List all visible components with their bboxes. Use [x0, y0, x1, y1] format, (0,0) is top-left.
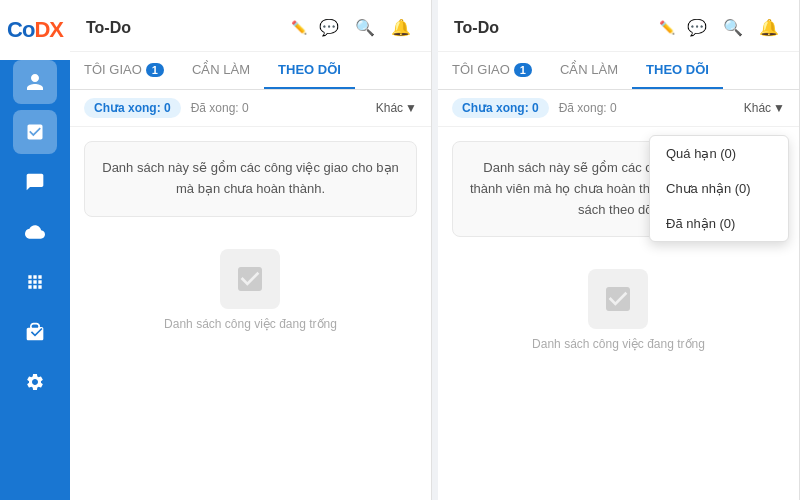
right-empty-state: Danh sách công việc đang trống [532, 269, 705, 351]
right-dropdown-menu: Quá hạn (0) Chưa nhận (0) Đã nhận (0) [649, 135, 789, 242]
left-tab-can-lam[interactable]: CẦN LÀM [178, 52, 264, 89]
right-chat-icon[interactable]: 💬 [683, 14, 711, 41]
left-search-icon[interactable]: 🔍 [351, 14, 379, 41]
sidebar-icon-cloud[interactable] [13, 210, 57, 254]
right-empty-text: Danh sách công việc đang trống [532, 337, 705, 351]
right-tab-badge-toi-giao: 1 [514, 63, 532, 77]
right-panel-header: To-Do ✏️ 💬 🔍 🔔 [438, 0, 799, 52]
right-empty-icon [588, 269, 648, 329]
left-panel-header: To-Do ✏️ 💬 🔍 🔔 [70, 0, 431, 52]
left-filter-row: Chưa xong: 0 Đã xong: 0 Khác ▼ [70, 90, 431, 127]
sidebar-icon-settings[interactable] [13, 360, 57, 404]
left-tab-toi-giao[interactable]: TÔI GIAO 1 [70, 52, 178, 89]
left-filter-more[interactable]: Khác ▼ [376, 101, 417, 115]
left-bell-icon[interactable]: 🔔 [387, 14, 415, 41]
dropdown-item-chua-nhan[interactable]: Chưa nhận (0) [650, 171, 788, 206]
sidebar-icon-grid[interactable] [13, 260, 57, 304]
right-bell-icon[interactable]: 🔔 [755, 14, 783, 41]
left-info-card: Danh sách này sẽ gồm các công việc giao … [84, 141, 417, 217]
logo: CoDX [0, 0, 70, 60]
logo-dx: DX [34, 17, 63, 42]
right-filter-row: Chưa xong: 0 Đã xong: 0 Khác ▼ [438, 90, 799, 127]
right-edit-icon[interactable]: ✏️ [659, 20, 675, 35]
right-filter-da-xong: Đã xong: 0 [559, 101, 617, 115]
left-filter-chua-xong[interactable]: Chưa xong: 0 [84, 98, 181, 118]
left-tab-badge-toi-giao: 1 [146, 63, 164, 77]
logo-co: Co [7, 17, 34, 42]
left-chat-icon[interactable]: 💬 [315, 14, 343, 41]
left-empty-text: Danh sách công việc đang trống [164, 317, 337, 331]
left-tabs: TÔI GIAO 1 CẦN LÀM THEO DÕI [70, 52, 431, 90]
left-panel-title: To-Do [86, 19, 283, 37]
dropdown-item-qua-han[interactable]: Quá hạn (0) [650, 136, 788, 171]
left-filter-da-xong: Đã xong: 0 [191, 101, 249, 115]
left-panel: To-Do ✏️ 💬 🔍 🔔 TÔI GIAO 1 CẦN LÀM THEO D… [70, 0, 432, 500]
left-chevron-icon: ▼ [405, 101, 417, 115]
sidebar-icon-chat[interactable] [13, 160, 57, 204]
right-tab-toi-giao[interactable]: TÔI GIAO 1 [438, 52, 546, 89]
right-chevron-icon: ▼ [773, 101, 785, 115]
sidebar-icon-person[interactable] [13, 60, 57, 104]
right-tab-can-lam[interactable]: CẦN LÀM [546, 52, 632, 89]
right-tab-theo-doi[interactable]: THEO DÕI [632, 52, 723, 89]
right-search-icon[interactable]: 🔍 [719, 14, 747, 41]
right-panel: To-Do ✏️ 💬 🔍 🔔 TÔI GIAO 1 CẦN LÀM THEO D… [438, 0, 800, 500]
right-filter-more[interactable]: Khác ▼ [744, 101, 785, 115]
panels-container: To-Do ✏️ 💬 🔍 🔔 TÔI GIAO 1 CẦN LÀM THEO D… [70, 0, 800, 500]
right-panel-title: To-Do [454, 19, 651, 37]
right-tabs: TÔI GIAO 1 CẦN LÀM THEO DÕI [438, 52, 799, 90]
left-empty-state: Danh sách công việc đang trống [164, 249, 337, 331]
sidebar-icon-briefcase[interactable] [13, 310, 57, 354]
sidebar [0, 0, 70, 500]
logo-text: CoDX [7, 17, 63, 43]
sidebar-icon-checkbox[interactable] [13, 110, 57, 154]
left-edit-icon[interactable]: ✏️ [291, 20, 307, 35]
dropdown-item-da-nhan[interactable]: Đã nhận (0) [650, 206, 788, 241]
left-panel-content: Danh sách này sẽ gồm các công việc giao … [70, 127, 431, 500]
right-filter-chua-xong[interactable]: Chưa xong: 0 [452, 98, 549, 118]
left-empty-icon [220, 249, 280, 309]
left-tab-theo-doi[interactable]: THEO DÕI [264, 52, 355, 89]
